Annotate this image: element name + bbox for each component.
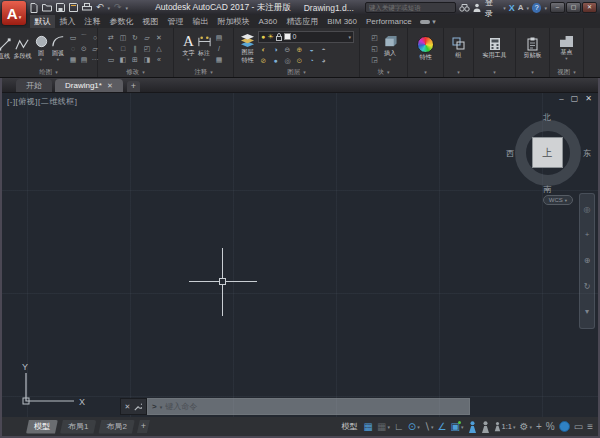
- command-customize-wrench-icon[interactable]: [133, 402, 142, 411]
- arc-tool-button[interactable]: 圆弧 ▾: [51, 34, 66, 62]
- modify-tool-icon[interactable]: ▱: [142, 32, 153, 43]
- layer-tool-icon[interactable]: ⊘: [258, 55, 269, 66]
- annotate-tool-icon[interactable]: /: [214, 43, 225, 54]
- draw-tool-icon[interactable]: ⌒: [79, 32, 90, 43]
- viewcube-south-label[interactable]: 南: [543, 184, 551, 195]
- clipboard-button[interactable]: 剪贴板: [524, 37, 542, 59]
- arc-caret-icon[interactable]: ▾: [57, 58, 59, 62]
- layer-tool-icon[interactable]: ◒: [306, 44, 317, 55]
- app-menu-button[interactable]: A ▾: [2, 1, 26, 25]
- block-tool-icon[interactable]: ◲: [369, 54, 380, 65]
- block-tool-icon[interactable]: ◰: [369, 32, 380, 43]
- circle-caret-icon[interactable]: ▾: [40, 58, 42, 62]
- plot-icon[interactable]: [82, 3, 92, 12]
- modify-tool-icon[interactable]: ⊞: [130, 54, 141, 65]
- modify-tool-icon[interactable]: ◰: [142, 43, 153, 54]
- base-point-button[interactable]: 基点 ▾: [559, 35, 574, 61]
- tab-featured-apps[interactable]: 精选应用: [282, 15, 323, 28]
- layer-tool-icon[interactable]: ⊖: [282, 44, 293, 55]
- panel-layers-label[interactable]: 图层 ▾: [234, 67, 359, 77]
- tab-a360[interactable]: A360: [254, 15, 282, 28]
- modify-tool-icon[interactable]: □: [118, 43, 129, 54]
- new-drawing-tab-button[interactable]: +: [127, 81, 140, 92]
- customize-icon[interactable]: ≡: [587, 420, 593, 433]
- modify-tool-icon[interactable]: ◧: [118, 54, 129, 65]
- panel-block-label[interactable]: 块 ▾: [360, 67, 407, 77]
- wcs-dropdown[interactable]: WCS ▾: [543, 195, 573, 205]
- panel-properties-label[interactable]: ▾: [408, 67, 443, 77]
- annotate-tool-icon[interactable]: ▦: [214, 54, 225, 65]
- text-caret-icon[interactable]: ▾: [187, 58, 189, 62]
- tab-output[interactable]: 输出: [188, 15, 213, 28]
- modify-tool-icon[interactable]: △: [154, 43, 165, 54]
- viewcube-top-face[interactable]: 上: [532, 137, 563, 168]
- recent-commands-icon[interactable]: >: [152, 402, 157, 411]
- isodraft-icon[interactable]: ∖: [424, 420, 430, 433]
- modify-tool-icon[interactable]: ↖: [106, 43, 117, 54]
- layer-tool-icon[interactable]: ⊙: [294, 55, 305, 66]
- tab-annotate[interactable]: 注释: [80, 15, 105, 28]
- minimize-button[interactable]: –: [550, 2, 565, 13]
- doc-close-button[interactable]: ✕: [585, 94, 592, 103]
- dimension-tool-button[interactable]: 标注 ▾: [197, 34, 212, 62]
- utilities-button[interactable]: 实用工具: [483, 37, 507, 59]
- layer-tool-icon[interactable]: ◔: [306, 55, 317, 66]
- close-button[interactable]: ✕: [582, 2, 597, 13]
- drawing1-close-icon[interactable]: ✕: [107, 82, 113, 90]
- drawing-canvas[interactable]: [-][俯视][二维线框] – ▢ ✕ 上 北 南 西 东 WCS ▾ ◎+⊕↻…: [2, 93, 598, 417]
- insert-block-button[interactable]: 插入 ▾: [382, 34, 398, 62]
- layer-freeze-sun-icon[interactable]: ☀: [267, 33, 273, 41]
- block-tool-icon[interactable]: ◱: [369, 43, 380, 54]
- panel-view-label[interactable]: 视图 ▾: [550, 67, 583, 77]
- ortho-icon[interactable]: ∟: [394, 420, 404, 433]
- open-folder-icon[interactable]: [42, 3, 52, 12]
- undo-icon[interactable]: ↶: [96, 3, 104, 12]
- layer-tool-icon[interactable]: ◕: [318, 55, 329, 66]
- layer-properties-button[interactable]: 图层 特性: [239, 33, 256, 63]
- panel-utilities-label[interactable]: ▾: [474, 67, 515, 77]
- layout1-tab[interactable]: 布局1: [60, 420, 96, 434]
- tab-manage[interactable]: 管理: [163, 15, 188, 28]
- properties-button[interactable]: 特性: [417, 36, 434, 61]
- panel-modify-label[interactable]: 修改 ▾: [98, 67, 173, 77]
- drawing1-tab[interactable]: Drawing1* ✕: [55, 79, 123, 92]
- save-as-icon[interactable]: [69, 3, 78, 12]
- annotation-scale-value[interactable]: 1:1: [502, 422, 512, 431]
- undo-caret-icon[interactable]: ▾: [108, 5, 111, 11]
- navbar-tool-icon[interactable]: +: [585, 230, 590, 240]
- isolate-objects-icon[interactable]: %: [546, 420, 555, 433]
- search-binoculars-icon[interactable]: [459, 3, 470, 12]
- help-icon[interactable]: ?: [532, 3, 541, 13]
- panel-draw-label[interactable]: 绘图 ▾: [0, 67, 97, 77]
- layer-tool-icon[interactable]: ⊕: [294, 44, 305, 55]
- modify-tool-icon[interactable]: «: [154, 54, 165, 65]
- layer-tool-icon[interactable]: ●: [270, 55, 281, 66]
- signin-caret-icon[interactable]: ▾: [503, 5, 506, 11]
- layer-tool-icon[interactable]: ◑: [270, 44, 281, 55]
- navigation-bar[interactable]: ◎+⊕↻▾: [579, 193, 595, 329]
- help-caret-icon[interactable]: ▾: [544, 5, 547, 11]
- help-search-box[interactable]: [365, 2, 456, 13]
- navbar-tool-icon[interactable]: ◎: [584, 205, 591, 215]
- modify-tool-icon[interactable]: ▭: [106, 54, 117, 65]
- layer-dropdown[interactable]: ● ☀ 0 ▾: [258, 31, 354, 43]
- new-layout-button[interactable]: +: [137, 420, 150, 433]
- annotation-scale-person-icon[interactable]: [494, 421, 501, 432]
- modify-tool-icon[interactable]: ∥: [130, 43, 141, 54]
- snap-caret-icon[interactable]: ▾: [387, 424, 390, 430]
- polyline-tool-button[interactable]: 多段线: [14, 37, 32, 60]
- circle-tool-button[interactable]: 圆 ▾: [34, 34, 49, 62]
- line-tool-button[interactable]: 直线: [0, 37, 12, 60]
- draw-tool-icon[interactable]: ▭: [68, 32, 79, 43]
- layer-dropdown-caret-icon[interactable]: ▾: [348, 34, 351, 40]
- group-button[interactable]: 组: [452, 37, 466, 59]
- workspace-gear-icon[interactable]: ⚙: [519, 420, 528, 433]
- grid-icon[interactable]: ▦: [364, 420, 373, 433]
- viewcube[interactable]: 上 北 南 西 东: [510, 115, 586, 191]
- model-space-button[interactable]: 模型: [342, 421, 358, 432]
- clean-screen-icon[interactable]: ▭: [574, 420, 583, 433]
- maximize-button[interactable]: ▢: [566, 2, 581, 13]
- start-tab[interactable]: 开始: [16, 79, 52, 92]
- doc-minimize-button[interactable]: –: [559, 94, 563, 103]
- navbar-tool-icon[interactable]: ⊕: [584, 256, 591, 266]
